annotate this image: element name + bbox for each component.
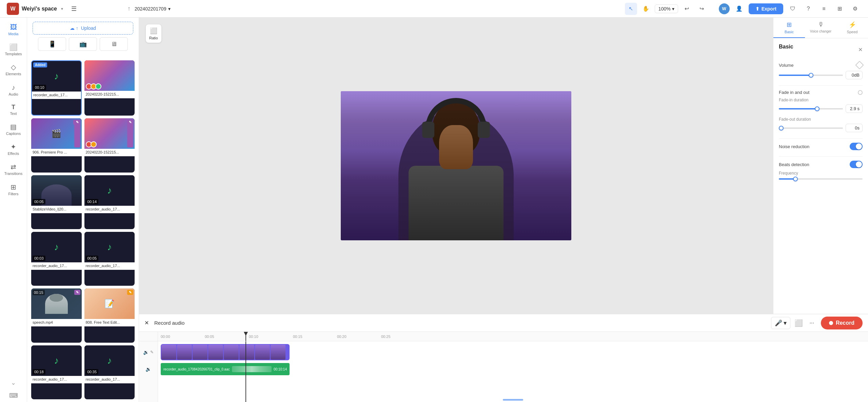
panel-close-button[interactable]: ✕: [858, 46, 863, 53]
noise-reduction-toggle[interactable]: [850, 143, 863, 150]
hand-tool-button[interactable]: ✋: [640, 3, 652, 15]
ruler-mark: 00:15: [293, 335, 337, 339]
more-options-button[interactable]: ···: [807, 319, 817, 327]
frequency-thumb[interactable]: [793, 177, 798, 181]
frequency-slider[interactable]: [779, 178, 863, 180]
list-item[interactable]: ♪ 00:03 recorder_audio_17...: [31, 232, 82, 286]
frequency-label: Frequency: [779, 171, 863, 176]
list-item[interactable]: 20240220-152215...: [84, 60, 135, 116]
cursor-tool-button[interactable]: ↖: [625, 3, 637, 15]
audio-track[interactable]: recorder_audio_1708420266701_clip_0.aac …: [161, 363, 290, 375]
media-duration: 00:18: [33, 369, 45, 375]
sidebar-item-captions[interactable]: ▤ Captions: [2, 120, 25, 139]
list-icon[interactable]: ≡: [818, 3, 830, 15]
noise-reduction-label: Noise reduction: [779, 144, 809, 149]
scroll-indicator: [503, 399, 523, 401]
menu-icon[interactable]: ☰: [71, 5, 77, 13]
sidebar-item-filters[interactable]: ⊞ Filters: [2, 180, 25, 200]
list-item[interactable]: ♪ Added 00:10 recorder_audio_17...: [31, 60, 82, 116]
sidebar-label-elements: Elements: [6, 72, 21, 76]
sidebar-item-transitions[interactable]: ⇄ Transitions: [2, 160, 25, 179]
ratio-icon: ⬜: [150, 27, 157, 35]
project-caret-icon[interactable]: ▾: [168, 6, 171, 12]
volume-keyframe-button[interactable]: [855, 61, 864, 69]
microphone-button[interactable]: 🎤 ▾: [771, 317, 790, 329]
sidebar-item-media[interactable]: 🖼 Media: [2, 20, 25, 40]
tab-speed[interactable]: ⚡ Speed: [836, 18, 868, 38]
list-item[interactable]: 00:05 StablizeVideo_l|20...: [31, 175, 82, 229]
sidebar-more-button[interactable]: ⌄: [7, 376, 19, 390]
settings-icon[interactable]: ⚙: [849, 3, 861, 15]
sidebar-item-templates[interactable]: ⬜ Templates: [2, 40, 25, 60]
list-item[interactable]: ✎ 20240220-152215...: [84, 118, 135, 172]
ruler-mark: 00:00: [161, 335, 205, 339]
list-item[interactable]: ♪ 00:35 recorder_audio_17...: [84, 345, 135, 399]
add-user-button[interactable]: 👤: [733, 3, 745, 15]
format-tab-portrait[interactable]: 📱: [38, 37, 66, 51]
media-item-name: recorder_audio_17...: [84, 206, 135, 213]
volume-property: Volume 0dB: [779, 62, 863, 79]
frequency-slider-row: [779, 178, 863, 180]
sidebar-item-elements[interactable]: ◇ Elements: [2, 60, 25, 80]
tab-basic[interactable]: ⊞ Basic: [773, 18, 805, 38]
volume-slider[interactable]: [779, 75, 843, 76]
fade-out-slider[interactable]: [779, 127, 843, 129]
record-button[interactable]: Record: [821, 317, 863, 329]
list-item[interactable]: 00:15 ✎ speech.mp4: [31, 288, 82, 342]
export-upload-icon: ⬆: [755, 6, 760, 12]
tab-voice-changer[interactable]: 🎙 Voice changer: [805, 18, 836, 38]
canvas-viewport: [139, 18, 773, 314]
ratio-button[interactable]: ⬜ Ratio: [146, 24, 161, 43]
media-item-name: recorder_audio_17...: [32, 92, 81, 99]
divider-1: [779, 85, 863, 86]
edit-track-icon[interactable]: ✎: [150, 350, 154, 355]
volume-low-icon-2: 🔉: [145, 366, 151, 372]
app-logo: W: [7, 3, 19, 15]
undo-button[interactable]: ↩: [681, 3, 693, 15]
playhead-line: [245, 341, 246, 402]
effects-icon: ✦: [11, 143, 16, 150]
sidebar-label-text: Text: [10, 112, 17, 116]
fade-out-thumb[interactable]: [779, 126, 784, 130]
fade-in-thumb[interactable]: [815, 106, 820, 111]
noise-reduction-property: Noise reduction: [779, 143, 863, 150]
redo-button[interactable]: ↪: [696, 3, 708, 15]
volume-label: Volume: [779, 62, 863, 68]
caption-button[interactable]: ⬜: [794, 319, 803, 327]
export-button[interactable]: ⬆ Export: [749, 3, 783, 14]
timeline-header: ✕ Record audio 🎤 ▾ ⬜ ··· Record: [139, 314, 868, 332]
sidebar-item-text[interactable]: T Text: [2, 101, 25, 119]
media-panel-header: ☁ ↑ Upload 📱 📺 🖥: [27, 18, 139, 58]
format-tab-wide[interactable]: 🖥: [100, 37, 128, 51]
sidebar-item-effects[interactable]: ✦ Effects: [2, 140, 25, 159]
project-name[interactable]: 202402201709 ▾: [135, 6, 171, 12]
keyboard-icon-btn[interactable]: ⌨: [9, 392, 18, 399]
volume-slider-fill: [779, 75, 811, 76]
volume-slider-thumb[interactable]: [809, 73, 813, 78]
upload-button[interactable]: ☁ ↑ Upload: [33, 22, 133, 35]
list-item[interactable]: 📝 ✎ 808. Free Text Edit...: [84, 288, 135, 342]
zoom-selector[interactable]: 100% ▾: [655, 4, 678, 13]
list-item[interactable]: ♪ 00:14 recorder_audio_17...: [84, 175, 135, 229]
fade-info-button[interactable]: [858, 90, 863, 95]
timeline-scroll-area[interactable]: 00:00 00:05 00:10 00:15 00:20 00:25: [158, 332, 868, 402]
fade-in-label: Fade-in duration: [779, 98, 863, 102]
media-panel: ☁ ↑ Upload 📱 📺 🖥 ♪ Added 00:10 recorder_…: [27, 18, 139, 402]
format-tab-landscape[interactable]: 📺: [69, 37, 97, 51]
sidebar-item-audio[interactable]: ♪ Audio: [2, 81, 25, 100]
beats-detection-toggle[interactable]: [850, 161, 863, 168]
media-duration: 00:03: [33, 256, 45, 261]
ruler-mark: 00:20: [337, 335, 381, 339]
record-dot-icon: [829, 321, 833, 325]
help-icon[interactable]: ?: [802, 3, 814, 15]
split-view-icon[interactable]: ⊞: [833, 3, 846, 15]
sidebar-label-filters: Filters: [8, 192, 19, 196]
fade-in-slider[interactable]: [779, 108, 843, 109]
list-item[interactable]: 🎬 Pr ✎ 906. Premiere Pro ...: [31, 118, 82, 172]
workspace-caret-icon[interactable]: ▾: [61, 6, 63, 11]
video-track[interactable]: [161, 344, 290, 360]
list-item[interactable]: ♪ 00:18 recorder_audio_17...: [31, 345, 82, 399]
canvas-area: ⬜ Ratio: [139, 18, 773, 314]
list-item[interactable]: ♪ 00:05 recorder_audio_17...: [84, 232, 135, 286]
record-close-button[interactable]: ✕: [144, 320, 149, 326]
